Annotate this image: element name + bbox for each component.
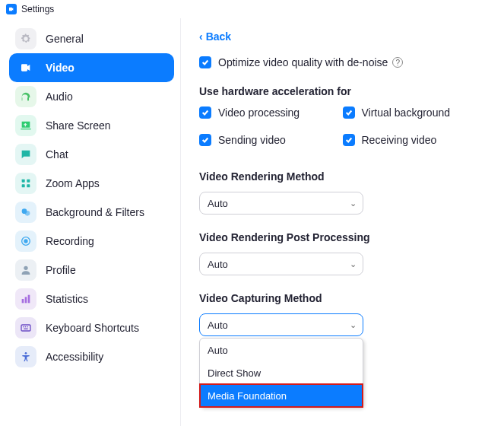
settings-sidebar: General Video Audio Share Screen Chat Zo…: [0, 18, 181, 426]
checkbox-checked-icon: [199, 134, 211, 146]
sidebar-item-label: Statistics: [46, 293, 88, 305]
chevron-down-icon: ⌄: [350, 320, 357, 330]
capturing-option-auto[interactable]: Auto: [200, 339, 363, 361]
post-processing-select[interactable]: Auto ⌄: [199, 253, 363, 275]
svg-rect-15: [27, 326, 27, 327]
sidebar-item-background-filters[interactable]: Background & Filters: [9, 198, 174, 227]
sidebar-item-label: Video: [46, 62, 74, 74]
svg-point-5: [25, 211, 30, 216]
select-value: Auto: [208, 198, 228, 209]
hwaccel-virtual-background-checkbox[interactable]: Virtual background: [343, 106, 487, 119]
rendering-method-select[interactable]: Auto ⌄: [199, 192, 363, 215]
gear-icon: [15, 28, 36, 49]
svg-rect-9: [22, 299, 24, 303]
sidebar-item-label: Audio: [46, 91, 73, 103]
sidebar-item-label: Chat: [46, 148, 68, 161]
svg-rect-0: [22, 180, 25, 183]
checkbox-checked-icon: [343, 134, 355, 146]
back-label: Back: [206, 30, 231, 43]
recording-icon: [15, 230, 36, 252]
svg-rect-14: [25, 326, 26, 327]
sidebar-item-keyboard-shortcuts[interactable]: Keyboard Shortcuts: [9, 313, 174, 342]
rendering-method-heading: Video Rendering Method: [199, 170, 486, 183]
svg-point-17: [25, 352, 27, 354]
post-processing-heading: Video Rendering Post Processing: [199, 231, 486, 243]
capturing-option-direct-show[interactable]: Direct Show: [200, 361, 363, 384]
hwaccel-heading: Use hardware acceleration for: [199, 85, 486, 97]
optimize-denoise-checkbox[interactable]: Optimize video quality with de-noise ?: [199, 56, 486, 68]
capturing-option-media-foundation[interactable]: Media Foundation: [200, 384, 363, 407]
statistics-icon: [15, 288, 36, 310]
svg-rect-11: [28, 295, 30, 304]
svg-rect-2: [22, 184, 25, 187]
profile-icon: [15, 259, 36, 281]
video-camera-icon: [15, 57, 36, 78]
svg-rect-13: [23, 326, 24, 327]
svg-rect-16: [24, 329, 27, 329]
sidebar-item-recording[interactable]: Recording: [9, 227, 174, 256]
sidebar-item-video[interactable]: Video: [9, 53, 174, 82]
chat-icon: [15, 144, 36, 165]
sidebar-item-label: Share Screen: [46, 119, 111, 132]
checkbox-label: Sending video: [218, 134, 286, 146]
checkbox-label: Video processing: [218, 106, 300, 119]
checkbox-checked-icon: [343, 106, 355, 119]
sidebar-item-label: General: [46, 33, 84, 45]
share-screen-icon: [15, 115, 36, 136]
help-icon[interactable]: ?: [392, 57, 403, 68]
hwaccel-sending-video-checkbox[interactable]: Sending video: [199, 134, 343, 146]
back-button[interactable]: ‹ Back: [199, 30, 486, 43]
sidebar-item-label: Accessibility: [46, 351, 103, 363]
keyboard-icon: [15, 317, 36, 339]
hwaccel-video-processing-checkbox[interactable]: Video processing: [199, 106, 343, 119]
checkbox-label: Virtual background: [362, 106, 450, 119]
chevron-left-icon: ‹: [199, 30, 203, 43]
checkbox-label: Receiving video: [362, 134, 437, 146]
settings-panel: ‹ Back Optimize video quality with de-no…: [181, 18, 504, 426]
sidebar-item-label: Profile: [46, 264, 76, 276]
checkbox-label: Optimize video quality with de-noise: [218, 56, 388, 68]
sidebar-item-share-screen[interactable]: Share Screen: [9, 111, 174, 140]
sidebar-item-statistics[interactable]: Statistics: [9, 285, 174, 313]
titlebar: Settings: [0, 0, 504, 18]
sidebar-item-zoom-apps[interactable]: Zoom Apps: [9, 169, 174, 198]
window-title: Settings: [21, 4, 54, 14]
checkbox-checked-icon: [199, 106, 211, 119]
chevron-down-icon: ⌄: [350, 199, 357, 208]
checkbox-checked-icon: [199, 56, 211, 68]
filters-icon: [15, 202, 36, 223]
hwaccel-receiving-video-checkbox[interactable]: Receiving video: [343, 134, 487, 146]
sidebar-item-label: Background & Filters: [46, 206, 144, 218]
sidebar-item-accessibility[interactable]: Accessibility: [9, 342, 174, 371]
capturing-method-dropdown: Auto Direct Show Media Foundation: [199, 338, 363, 408]
svg-point-7: [24, 239, 27, 243]
svg-point-8: [24, 266, 27, 270]
select-value: Auto: [208, 259, 228, 270]
sidebar-item-label: Recording: [46, 235, 94, 247]
sidebar-item-general[interactable]: General: [9, 24, 174, 53]
sidebar-item-label: Zoom Apps: [46, 177, 100, 189]
apps-icon: [15, 173, 36, 194]
zoom-app-icon: [6, 4, 17, 14]
svg-rect-3: [27, 184, 30, 187]
accessibility-icon: [15, 346, 36, 367]
capturing-method-select[interactable]: Auto ⌄: [199, 313, 363, 336]
select-value: Auto: [208, 320, 228, 331]
svg-rect-10: [25, 297, 27, 303]
headphones-icon: [15, 86, 36, 107]
sidebar-item-profile[interactable]: Profile: [9, 256, 174, 285]
sidebar-item-label: Keyboard Shortcuts: [46, 322, 139, 334]
chevron-down-icon: ⌄: [350, 259, 357, 269]
svg-rect-1: [27, 180, 30, 183]
sidebar-item-audio[interactable]: Audio: [9, 82, 174, 111]
svg-rect-12: [21, 325, 30, 331]
sidebar-item-chat[interactable]: Chat: [9, 140, 174, 169]
capturing-method-heading: Video Capturing Method: [199, 292, 486, 304]
